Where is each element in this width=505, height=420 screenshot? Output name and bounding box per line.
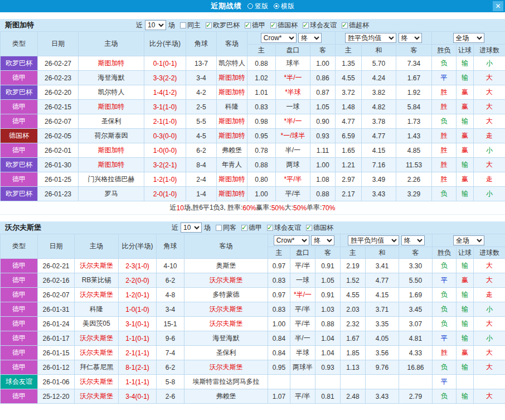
cell-away-team: 斯图加特 [217,172,247,187]
cell-mean-home: 2.17 [336,187,362,201]
cell-score: 0-3(0-0) [144,129,186,143]
subcol-result: 胜负 [432,45,457,56]
odds-source-select[interactable]: Crow* [274,235,309,245]
filter-checkbox[interactable]: 德国杯 [270,21,298,30]
section-header: 沃尔夫斯堡 近10场同客德甲球会友谊德国杯 [0,221,505,234]
col-header-type: 类型 [1,32,38,56]
cell-competition: 欧罗巴杯 [1,56,38,71]
recent-count-select[interactable]: 10 [145,20,166,30]
summary-segment: 单率: [307,203,322,213]
cell-home-team: 荷尔斯泰因 [79,129,144,143]
filter-checkbox[interactable]: 同客 [216,223,236,233]
filter-checkbox[interactable]: 德甲 [245,21,265,30]
filter-checkbox[interactable]: 德甲 [241,223,262,233]
cell-home-team: 斯图加特 [79,100,144,114]
matches-table: 类型 日期 主场 比分(半场) 角球 客场 Crow* 终 胜平负均值 终 [0,234,505,404]
odds-source-select[interactable]: Crow* [261,33,297,43]
cell-mean-away: 5.50 [399,273,433,288]
filters-bar: 近10场同客德甲球会友谊德国杯 [172,223,333,233]
cell-odds-away: 0.86 [310,71,336,85]
cell-mean-draw: 4.77 [366,273,399,288]
scope-select[interactable]: 全场 [453,235,484,245]
cell-odds-away: 0.93 [310,129,336,143]
cell-handicap: *平/半 [276,172,310,187]
radio-label: 横版 [281,2,294,11]
cell-corners: 4-2 [186,85,217,100]
filter-checkbox[interactable]: 德国杯 [306,223,333,233]
cell-mean-draw: 3.35 [366,317,399,331]
cell-odds-away: 1.11 [310,143,336,158]
mean-final-select[interactable]: 终 [401,235,425,245]
summary-row: 近10场,胜6平1负3, 胜率:60% 赢率:50% 大:50% 单率:70% [0,201,505,215]
matches-body: 欧罗巴杯26-02-27斯图加特0-1(0-1)13-7凯尔特人0.88球半1.… [1,56,505,201]
recent-count-select[interactable]: 10 [181,223,202,233]
checkbox-icon[interactable] [206,22,212,28]
summary-segment: 10 [177,204,184,212]
checkbox-icon[interactable] [241,225,247,231]
checkbox-icon[interactable] [267,225,273,231]
checkbox-icon[interactable] [303,22,309,28]
checkbox-icon[interactable] [342,22,348,28]
cell-mean-home: 6.59 [336,129,362,143]
cell-goals-result: 大 [474,71,505,85]
filter-checkbox[interactable]: 欧罗巴杯 [206,21,240,30]
mean-odds-select[interactable]: 胜平负均值 [348,235,399,245]
cell-away-team: 斯图加特 [217,71,247,85]
cell-odds-away: 0.91 [315,288,341,302]
cell-home-team: 拜仁慕尼黑 [75,360,119,375]
cell-odds-home: 0.83 [268,302,290,317]
filter-checkbox[interactable]: 德超杯 [342,21,369,30]
subcol-mean-home: 主 [336,45,362,56]
cell-odds-away: 0.88 [315,317,341,331]
cell-goals-result: 大 [474,317,505,331]
cell-result: 胜 [432,129,457,143]
cell-handicap-result: 输 [457,360,474,375]
cell-odds-home: 0.88 [247,56,276,71]
checkbox-icon[interactable] [306,225,312,231]
checkbox-icon[interactable] [245,22,251,28]
close-button[interactable]: ✕ [493,1,503,11]
mean-odds-select[interactable]: 胜平负均值 [345,33,396,43]
filter-checkbox[interactable]: 球会友谊 [267,223,301,233]
cell-mean-away: 1.67 [396,71,432,85]
cell-result: 胜 [433,346,457,360]
summary-segment: 50% [271,204,285,212]
filter-checkbox[interactable]: 同主 [180,21,201,30]
cell-home-team: 凯尔特人 [79,85,144,100]
filter-checkbox-label: 德国杯 [278,21,298,30]
cell-odds-home: 0.83 [247,100,276,114]
cell-mean-away: 3.07 [399,317,433,331]
table-header-row: 类型 日期 主场 比分(半场) 角球 客场 Crow* 终 胜平负均值 终 [1,234,505,247]
odds-final-select[interactable]: 终 [298,33,322,43]
team-name: 斯图加特 [5,20,34,30]
filter-checkbox-label: 球会友谊 [274,223,301,233]
cell-date: 25-12-20 [38,389,75,404]
mean-final-select[interactable]: 终 [399,33,422,43]
layout-radio-horizontal[interactable]: 横版 [274,2,294,11]
cell-odds-home: 0.83 [268,273,290,288]
checkbox-icon[interactable] [216,225,222,231]
cell-score: 1-2(0-1) [119,288,157,302]
checkbox-icon[interactable] [180,22,186,28]
cell-odds-away: 1.05 [315,273,341,288]
cell-goals-result: 走 [474,288,505,302]
cell-result: 负 [432,56,457,71]
cell-home-team: 罗马 [79,187,144,201]
cell-mean-draw: 5.70 [362,56,396,71]
cell-corners: 7-4 [157,346,184,360]
filter-checkbox[interactable]: 球会友谊 [303,21,337,30]
layout-radio-vertical[interactable]: 竖版 [247,2,268,11]
cell-mean-draw: 3.43 [366,389,399,404]
scope-select[interactable]: 全场 [453,33,484,43]
cell-mean-away: 7.34 [396,56,432,71]
filter-suffix-label: 场 [168,21,175,30]
cell-away-team: 斯图加特 [217,114,247,129]
cell-mean-home: 4.55 [341,288,366,302]
checkbox-icon[interactable] [270,22,276,28]
filter-checkbox-label: 同客 [223,223,236,233]
cell-corners: 3-4 [157,302,184,317]
cell-corners: 15-1 [157,317,184,331]
cell-corners: 9-6 [157,331,184,346]
cell-goals-result: 大 [474,100,505,114]
odds-final-select[interactable]: 终 [311,235,334,245]
